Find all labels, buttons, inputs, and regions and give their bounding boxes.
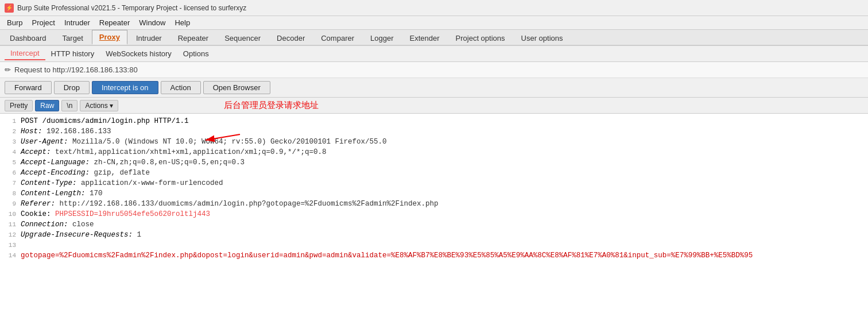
line-content: Accept-Encoding: gzip, deflate xyxy=(21,168,150,178)
forward-button[interactable]: Forward xyxy=(5,81,52,94)
subtab-websockets-history[interactable]: WebSockets history xyxy=(100,48,177,60)
intercept-button[interactable]: Intercept is on xyxy=(92,81,158,94)
line-number: 12 xyxy=(5,230,16,240)
menu-item-repeater[interactable]: Repeater xyxy=(95,17,134,28)
line-number: 14 xyxy=(5,250,16,261)
line-content: Accept: text/html,application/xhtml+xml,… xyxy=(21,147,327,157)
table-row: 14gotopage=%2Fduomicms%2Fadmin%2Findex.p… xyxy=(0,250,868,261)
table-row: 13 xyxy=(0,240,868,250)
pencil-icon: ✏ xyxy=(5,65,11,74)
line-number: 5 xyxy=(5,157,16,168)
open-browser-button[interactable]: Open Browser xyxy=(203,81,270,94)
line-content: Upgrade-Insecure-Requests: 1 xyxy=(21,230,141,240)
menu-item-window[interactable]: Window xyxy=(134,17,170,28)
table-row: 5Accept-Language: zh-CN,zh;q=0.8,en-US;q… xyxy=(0,157,868,168)
tab-proxy[interactable]: Proxy xyxy=(92,30,127,45)
newline-button[interactable]: \n xyxy=(61,100,78,111)
action-button[interactable]: Action xyxy=(161,81,201,94)
table-row: 4Accept: text/html,application/xhtml+xml… xyxy=(0,147,868,157)
line-number: 8 xyxy=(5,188,16,199)
table-row: 2Host: 192.168.186.133 xyxy=(0,126,868,137)
request-info: Request to http://192.168.186.133:80 xyxy=(14,65,138,74)
toolbar: Forward Drop Intercept is on Action Open… xyxy=(0,78,868,98)
line-number: 13 xyxy=(5,240,16,250)
tab-logger[interactable]: Logger xyxy=(363,31,401,45)
line-content: Content-Length: 170 xyxy=(21,188,103,199)
tab-project-options[interactable]: Project options xyxy=(448,31,513,45)
menu-item-project[interactable]: Project xyxy=(27,17,59,28)
table-row: 6Accept-Encoding: gzip, deflate xyxy=(0,168,868,178)
title-bar-text: Burp Suite Professional v2021.5 - Tempor… xyxy=(17,4,246,12)
table-row: 11Connection: close xyxy=(0,219,868,230)
title-bar: ⚡ Burp Suite Professional v2021.5 - Temp… xyxy=(0,0,868,16)
line-number: 6 xyxy=(5,168,16,178)
table-row: 1POST /duomicms/admin/login.php HTTP/1.1 xyxy=(0,116,868,126)
actions-label: Actions xyxy=(85,102,107,110)
subtab-http-history[interactable]: HTTP history xyxy=(45,48,100,60)
line-content: Host: 192.168.186.133 xyxy=(21,126,111,137)
line-content: Accept-Language: zh-CN,zh;q=0.8,en-US;q=… xyxy=(21,157,245,168)
tab-dashboard[interactable]: Dashboard xyxy=(2,31,54,45)
menu-bar: Burp Project Intruder Repeater Window He… xyxy=(0,16,868,30)
sub-tabs: Intercept HTTP history WebSockets histor… xyxy=(0,46,868,62)
tab-repeater[interactable]: Repeater xyxy=(170,31,216,45)
format-bar: Pretty Raw \n Actions ▾ 后台管理员登录请求地址 xyxy=(0,98,868,114)
table-row: 7Content-Type: application/x-www-form-ur… xyxy=(0,178,868,188)
table-row: 12Upgrade-Insecure-Requests: 1 xyxy=(0,230,868,240)
actions-button[interactable]: Actions ▾ xyxy=(80,100,118,111)
line-number: 9 xyxy=(5,199,16,209)
menu-item-intruder[interactable]: Intruder xyxy=(60,17,95,28)
line-content: POST /duomicms/admin/login.php HTTP/1.1 xyxy=(21,116,189,126)
request-bar: ✏ Request to http://192.168.186.133:80 xyxy=(0,62,868,78)
line-number: 11 xyxy=(5,219,16,230)
line-number: 7 xyxy=(5,178,16,188)
line-number: 10 xyxy=(5,209,16,219)
line-number: 1 xyxy=(5,116,16,126)
line-content: User-Agent: Mozilla/5.0 (Windows NT 10.0… xyxy=(21,137,387,147)
table-row: 10Cookie: PHPSESSID=l9hru5054efe5o620rol… xyxy=(0,209,868,219)
tab-sequencer[interactable]: Sequencer xyxy=(217,31,268,45)
table-row: 3User-Agent: Mozilla/5.0 (Windows NT 10.… xyxy=(0,137,868,147)
tab-decoder[interactable]: Decoder xyxy=(269,31,312,45)
line-content: Content-Type: application/x-www-form-url… xyxy=(21,178,223,188)
annotation-text: 后台管理员登录请求地址 xyxy=(224,100,319,111)
tab-target[interactable]: Target xyxy=(55,31,91,45)
menu-item-help[interactable]: Help xyxy=(170,17,195,28)
line-content: Referer: http://192.168.186.133/duomicms… xyxy=(21,199,439,209)
chevron-down-icon: ▾ xyxy=(110,102,113,110)
subtab-options[interactable]: Options xyxy=(177,48,215,60)
subtab-intercept[interactable]: Intercept xyxy=(5,47,45,60)
line-content: Connection: close xyxy=(21,219,94,230)
content-area: 1POST /duomicms/admin/login.php HTTP/1.1… xyxy=(0,114,868,317)
line-number: 2 xyxy=(5,126,16,137)
line-number: 3 xyxy=(5,137,16,147)
tab-extender[interactable]: Extender xyxy=(402,31,447,45)
menu-item-burp[interactable]: Burp xyxy=(2,17,27,28)
table-row: 8Content-Length: 170 xyxy=(0,188,868,199)
app-icon: ⚡ xyxy=(5,3,14,13)
line-content: Cookie: PHPSESSID=l9hru5054efe5o620roltl… xyxy=(21,209,210,219)
line-number: 4 xyxy=(5,147,16,157)
nav-tabs: Dashboard Target Proxy Intruder Repeater… xyxy=(0,30,868,46)
raw-button[interactable]: Raw xyxy=(35,100,59,111)
content-wrapper: 1POST /duomicms/admin/login.php HTTP/1.1… xyxy=(0,114,868,317)
pretty-button[interactable]: Pretty xyxy=(5,100,33,111)
tab-comparer[interactable]: Comparer xyxy=(313,31,362,45)
line-content: gotopage=%2Fduomicms%2Fadmin%2Findex.php… xyxy=(21,250,753,261)
drop-button[interactable]: Drop xyxy=(54,81,90,94)
tab-intruder[interactable]: Intruder xyxy=(129,31,169,45)
table-row: 9Referer: http://192.168.186.133/duomicm… xyxy=(0,199,868,209)
tab-user-options[interactable]: User options xyxy=(514,31,571,45)
